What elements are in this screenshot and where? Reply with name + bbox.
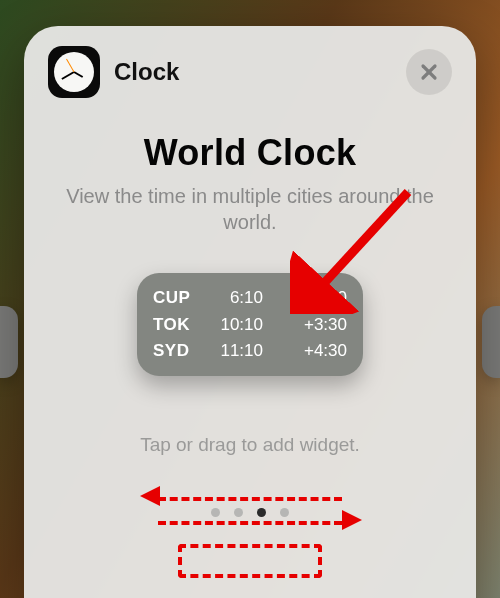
close-icon bbox=[419, 62, 439, 82]
city-offset: +3:30 bbox=[269, 312, 347, 338]
clock-icon bbox=[54, 52, 94, 92]
city-time: 11:10 bbox=[209, 338, 269, 364]
carousel-prev-peek[interactable] bbox=[0, 306, 18, 378]
city-offset: -12:30 bbox=[269, 285, 347, 311]
city-code: CUP bbox=[153, 285, 209, 311]
page-title: World Clock bbox=[24, 132, 476, 174]
world-clock-widget-preview[interactable]: CUP 6:10 -12:30 TOK 10:10 +3:30 SYD 11:1… bbox=[137, 273, 363, 376]
page-indicator bbox=[24, 508, 476, 517]
city-code: TOK bbox=[153, 312, 209, 338]
city-offset: +4:30 bbox=[269, 338, 347, 364]
sheet-header: Clock bbox=[24, 46, 476, 98]
page-subtitle: View the time in multiple cities around … bbox=[24, 184, 476, 235]
city-time: 10:10 bbox=[209, 312, 269, 338]
world-clock-row: SYD 11:10 +4:30 bbox=[153, 338, 347, 364]
city-time: 6:10 bbox=[209, 285, 269, 311]
close-button[interactable] bbox=[406, 49, 452, 95]
page-dot-3[interactable] bbox=[280, 508, 289, 517]
clock-app-icon bbox=[48, 46, 100, 98]
world-clock-row: TOK 10:10 +3:30 bbox=[153, 312, 347, 338]
page-dot-0[interactable] bbox=[211, 508, 220, 517]
carousel-next-peek[interactable] bbox=[482, 306, 500, 378]
world-clock-row: CUP 6:10 -12:30 bbox=[153, 285, 347, 311]
add-widget-hint: Tap or drag to add widget. bbox=[24, 434, 476, 456]
page-dot-1[interactable] bbox=[234, 508, 243, 517]
page-dot-2[interactable] bbox=[257, 508, 266, 517]
city-code: SYD bbox=[153, 338, 209, 364]
app-name-label: Clock bbox=[114, 58, 179, 86]
widget-gallery-sheet: Clock World Clock View the time in multi… bbox=[24, 26, 476, 598]
